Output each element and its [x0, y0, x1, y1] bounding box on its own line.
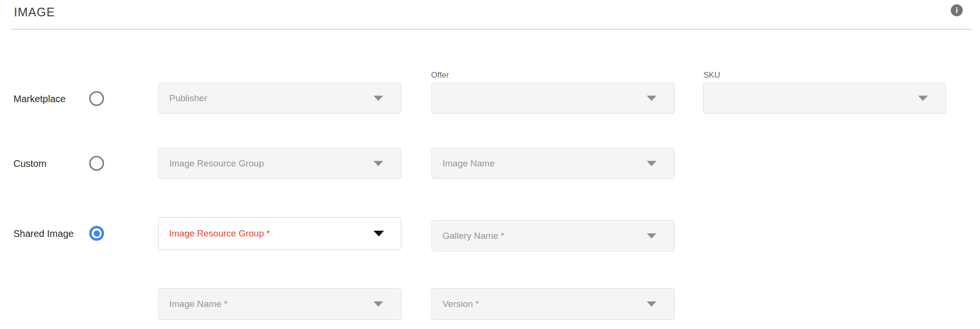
offer-select[interactable] — [432, 82, 675, 114]
version-placeholder: Version * — [443, 299, 479, 309]
shared-image-name-select[interactable]: Image Name * — [158, 288, 401, 320]
custom-option-label: Custom — [13, 158, 47, 169]
radio-shared-image[interactable] — [89, 226, 104, 241]
chevron-down-icon — [373, 231, 384, 236]
publisher-select[interactable]: Publisher — [158, 82, 401, 114]
shared-image-option-label: Shared Image — [13, 228, 74, 239]
sku-label: SKU — [703, 70, 720, 80]
chevron-down-icon — [918, 95, 928, 101]
custom-image-name-placeholder: Image Name — [443, 158, 495, 169]
header-divider — [11, 29, 972, 30]
section-title: IMAGE — [14, 5, 55, 19]
shared-image-resource-group-select[interactable]: Image Resource Group * — [158, 217, 401, 250]
chevron-down-icon — [373, 302, 383, 307]
shared-image-resource-group-placeholder: Image Resource Group * — [169, 228, 270, 239]
gallery-name-select[interactable]: Gallery Name * — [432, 220, 675, 251]
chevron-down-icon — [647, 302, 656, 307]
publisher-placeholder: Publisher — [169, 93, 207, 104]
sku-select[interactable] — [703, 82, 946, 114]
offer-label: Offer — [431, 70, 449, 80]
version-select[interactable]: Version * — [432, 288, 675, 320]
radio-custom[interactable] — [89, 156, 104, 171]
radio-marketplace[interactable] — [89, 91, 104, 106]
custom-image-resource-group-select[interactable]: Image Resource Group — [158, 148, 401, 179]
chevron-down-icon — [647, 161, 656, 166]
custom-image-name-select[interactable]: Image Name — [432, 148, 675, 179]
image-section: IMAGE i Marketplace Publisher Offer SKU … — [0, 0, 980, 329]
chevron-down-icon — [373, 161, 383, 166]
custom-image-resource-group-placeholder: Image Resource Group — [169, 158, 264, 169]
info-icon[interactable]: i — [951, 4, 963, 16]
chevron-down-icon — [373, 95, 383, 101]
gallery-name-placeholder: Gallery Name * — [443, 231, 504, 241]
shared-image-name-placeholder: Image Name * — [169, 299, 227, 309]
chevron-down-icon — [647, 233, 656, 238]
chevron-down-icon — [647, 95, 656, 101]
marketplace-option-label: Marketplace — [13, 94, 66, 104]
